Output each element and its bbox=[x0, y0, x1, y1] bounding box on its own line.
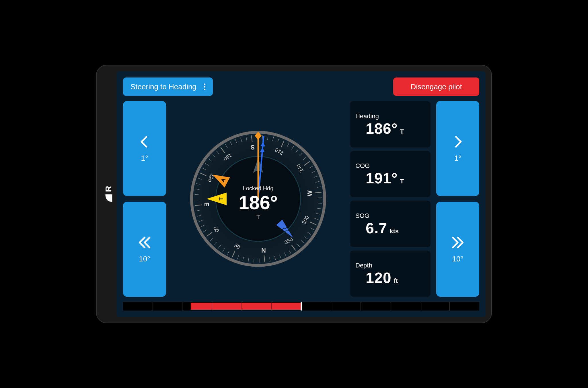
svg-text:W: W bbox=[306, 190, 313, 196]
disengage-label: Disengage pilot bbox=[410, 82, 462, 91]
right-adjust-column: 1° 10° bbox=[436, 101, 479, 297]
compass-center-unit: T bbox=[256, 214, 260, 220]
depth-value: 120 bbox=[366, 269, 392, 286]
heading-value: 186° bbox=[366, 120, 398, 137]
screen: Steering to Heading Disengage pilot 1° bbox=[117, 71, 486, 317]
kebab-icon bbox=[204, 84, 205, 90]
heading-unit: T bbox=[400, 128, 404, 135]
compass-center-label: Locked Hdg bbox=[243, 185, 274, 191]
data-column: Heading 186° T COG 191° T SOG bbox=[350, 101, 431, 297]
sog-unit: kts bbox=[390, 228, 399, 235]
chevron-right-icon bbox=[450, 134, 465, 149]
cog-value: 191° bbox=[366, 170, 398, 187]
tablet-frame: R Steering to Heading Disengage pilot 1° bbox=[96, 65, 492, 323]
svg-text:S: S bbox=[251, 144, 255, 151]
adjust-right-10-button[interactable]: 10° bbox=[436, 202, 479, 297]
sog-label: SOG bbox=[355, 212, 425, 220]
adjust-left-1-label: 1° bbox=[141, 154, 148, 163]
adjust-left-10-button[interactable]: 10° bbox=[123, 202, 166, 297]
adjust-left-10-label: 10° bbox=[139, 255, 150, 263]
sog-card[interactable]: SOG 6.7 kts bbox=[350, 201, 431, 247]
heading-card[interactable]: Heading 186° T bbox=[350, 101, 431, 148]
depth-label: Depth bbox=[355, 262, 425, 269]
depth-card[interactable]: Depth 120 ft bbox=[350, 251, 431, 297]
main-area: 1° 10° bbox=[123, 101, 479, 297]
adjust-left-1-button[interactable]: 1° bbox=[123, 101, 166, 196]
svg-text:N: N bbox=[261, 247, 266, 254]
rudder-bar bbox=[123, 302, 479, 311]
brand-letter: R bbox=[104, 186, 113, 192]
svg-text:E: E bbox=[203, 202, 210, 207]
adjust-right-10-label: 10° bbox=[452, 255, 463, 263]
adjust-right-1-button[interactable]: 1° bbox=[436, 101, 479, 196]
svg-text:T: T bbox=[219, 197, 224, 201]
heading-label: Heading bbox=[355, 112, 425, 120]
rudder-center-marker bbox=[301, 302, 302, 311]
sog-value: 6.7 bbox=[366, 220, 387, 237]
steering-mode-button[interactable]: Steering to Heading bbox=[123, 77, 213, 96]
top-bar: Steering to Heading Disengage pilot bbox=[123, 77, 479, 96]
compass-container: 3060120150210240300330 NESW bbox=[172, 101, 344, 297]
steering-mode-label: Steering to Heading bbox=[131, 82, 196, 91]
left-adjust-column: 1° 10° bbox=[123, 101, 166, 297]
chevron-double-right-icon bbox=[450, 235, 465, 250]
cog-unit: T bbox=[400, 178, 404, 185]
disengage-pilot-button[interactable]: Disengage pilot bbox=[393, 77, 479, 96]
cog-card[interactable]: COG 191° T bbox=[350, 151, 431, 197]
brand-icon bbox=[104, 194, 113, 202]
cog-label: COG bbox=[355, 162, 425, 170]
chevron-left-icon bbox=[137, 134, 152, 149]
chevron-double-left-icon bbox=[137, 235, 152, 250]
brand-logo: R bbox=[104, 186, 113, 203]
compass-center-value: 186° bbox=[239, 192, 278, 213]
depth-unit: ft bbox=[394, 277, 398, 285]
adjust-right-1-label: 1° bbox=[454, 154, 462, 163]
compass-rose[interactable]: 3060120150210240300330 NESW bbox=[189, 130, 327, 268]
